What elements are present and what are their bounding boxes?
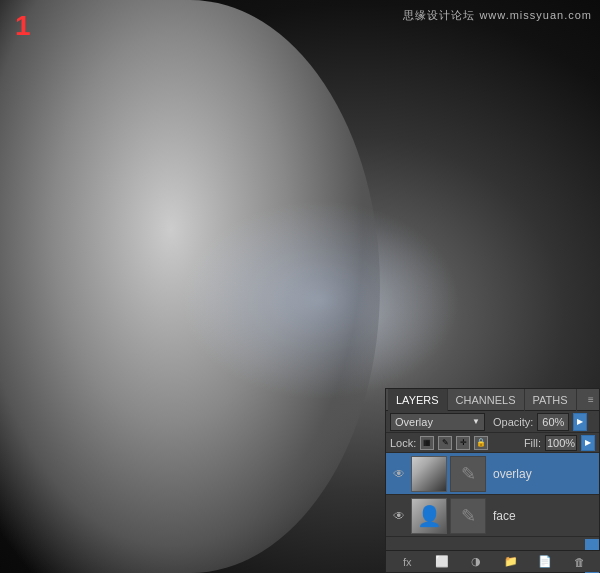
layers-bottom-toolbar: fx ⬜ ◑ 📁 📄 🗑 [386,550,600,572]
tab-layers[interactable]: LAYERS [388,389,448,411]
lock-brush-icon[interactable]: ✎ [438,436,452,450]
fx-button[interactable]: fx [398,553,416,571]
layer-row-face[interactable]: 👁 👤 ✎ face [386,495,599,537]
layer-name-overlay: overlay [493,467,595,481]
layer-thumb-overlay [411,456,447,492]
overlay-thumb-preview [412,457,446,491]
tab-paths[interactable]: PATHS [525,389,577,411]
layer-name-face: face [493,509,595,523]
eye-icon-face[interactable]: 👁 [390,507,408,525]
lock-checkerboard-icon[interactable]: ▦ [420,436,434,450]
blend-mode-select[interactable]: Overlay ▼ [390,413,485,431]
lock-move-icon[interactable]: ✛ [456,436,470,450]
layer-row-overlay[interactable]: 👁 ✎ overlay [386,453,599,495]
panel-tabs: LAYERS CHANNELS PATHS ≡ [386,389,599,411]
watermark: 思缘设计论坛 www.missyuan.com [403,8,592,23]
opacity-arrow-button[interactable]: ▶ [573,413,587,431]
panel-menu-button[interactable]: ≡ [583,389,599,411]
blend-select-arrow-icon: ▼ [472,417,480,426]
add-mask-button[interactable]: ⬜ [433,553,451,571]
tab-channels[interactable]: CHANNELS [448,389,525,411]
face-thumb-preview: 👤 [412,499,446,533]
new-layer-button[interactable]: 📄 [536,553,554,571]
delete-layer-button[interactable]: 🗑 [571,553,589,571]
photoshop-panel: LAYERS CHANNELS PATHS ≡ Overlay ▼ Opacit… [385,388,600,573]
layer-thumb-face: 👤 [411,498,447,534]
opacity-label: Opacity: [493,416,533,428]
layer-mask-overlay: ✎ [450,456,486,492]
lock-label: Lock: [390,437,416,449]
layers-container: 👁 ✎ overlay 👁 👤 ✎ face [386,453,599,537]
group-button[interactable]: 📁 [502,553,520,571]
step-number: 1 [15,10,31,42]
layer-mask-face: ✎ [450,498,486,534]
fill-arrow-button[interactable]: ▶ [581,435,595,451]
lock-row: Lock: ▦ ✎ ✛ 🔒 Fill: 100% ▶ [386,433,599,453]
opacity-value[interactable]: 60% [537,413,569,431]
adjustments-button[interactable]: ◑ [467,553,485,571]
lock-lock-icon[interactable]: 🔒 [474,436,488,450]
fill-label: Fill: [524,437,541,449]
fill-value[interactable]: 100% [545,435,577,451]
eye-icon-overlay[interactable]: 👁 [390,465,408,483]
glow-effect [180,200,460,400]
blend-mode-row: Overlay ▼ Opacity: 60% ▶ [386,411,599,433]
